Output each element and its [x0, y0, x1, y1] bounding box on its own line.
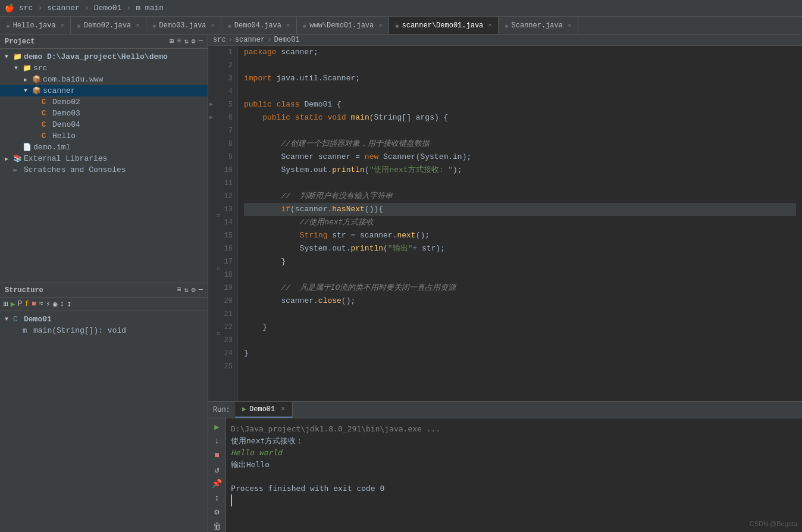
tree-item-com[interactable]: ▶ 📦 com.baidu.www: [0, 74, 208, 85]
run-settings-btn[interactable]: ⚙: [211, 506, 224, 518]
tab-icon-demo04: ☕: [227, 21, 231, 29]
struct-btn-1[interactable]: ⊞: [4, 299, 8, 309]
tree-item-src[interactable]: ▼ 📁 src: [0, 62, 208, 74]
tab-www-demo01[interactable]: ☕ www\Demo01.java ×: [297, 17, 389, 34]
tab-demo04[interactable]: ☕ Demo04.java ×: [221, 17, 296, 34]
plain: [346, 111, 351, 124]
run-down-btn[interactable]: ↓: [211, 436, 224, 447]
code-editor: 1 2 3 4 ▶5 ▶6 7 8 9 10 11 12 ◻13 14 15 1…: [208, 46, 802, 401]
code-line-8: //创建一个扫描器对象，用于接收键盘数据: [244, 137, 796, 151]
plain: ()){: [365, 203, 383, 216]
struct-demo01[interactable]: ▼ C Demo01: [0, 314, 208, 325]
project-sort-btn[interactable]: ⇅: [184, 37, 188, 46]
run-scroll-btn[interactable]: ↕: [211, 492, 224, 503]
file-icon-iml: 📄: [23, 143, 33, 152]
structure-hide-btn[interactable]: —: [199, 286, 203, 295]
tab-demo02[interactable]: ☕ Demo02.java ×: [71, 17, 146, 34]
struct-main[interactable]: m main(String[]): void: [0, 325, 208, 336]
tree-item-hello[interactable]: C Hello: [0, 130, 208, 142]
code-area[interactable]: package scanner; import java.util.Scanne…: [238, 46, 802, 401]
tab-label-scanner-demo01: scanner\Demo01.java: [402, 21, 484, 30]
tab-icon-scanner-demo01: ☕: [395, 21, 399, 29]
console-output[interactable]: D:\Java_project\jdk1.8.0_291\bin\java.ex…: [226, 418, 802, 532]
ln-13: ◻13: [208, 203, 237, 216]
tree-item-iml[interactable]: 📄 demo.iml: [0, 142, 208, 153]
struct-btn-3[interactable]: P: [18, 299, 23, 309]
tree-label-demo04: Demo04: [52, 120, 203, 129]
bottom-tab-close[interactable]: ×: [281, 405, 285, 414]
tab-close-demo02[interactable]: ×: [136, 22, 140, 29]
tab-scanner[interactable]: ☕ Scanner.java ×: [499, 17, 578, 34]
project-settings-btn[interactable]: ⚙: [192, 37, 196, 46]
title-main: m main: [136, 4, 164, 12]
str: "使用next方式接收: ": [369, 164, 453, 177]
plain: [244, 229, 300, 242]
comment: //使用next方式接收: [244, 216, 374, 229]
tab-close-www-demo01[interactable]: ×: [378, 22, 383, 29]
structure-sort-btn[interactable]: ≡: [177, 286, 181, 295]
plain: );: [453, 164, 462, 177]
tree-item-demo02[interactable]: C Demo02: [0, 96, 208, 108]
tree-label-demo02: Demo02: [52, 98, 203, 107]
project-expand-btn[interactable]: ⊞: [170, 37, 174, 46]
ln-2: 2: [208, 59, 237, 72]
tree-item-demo03[interactable]: C Demo03: [0, 108, 208, 119]
bottom-tab-demo01[interactable]: ▶ Demo01 ×: [235, 402, 293, 418]
struct-btn-6[interactable]: ≈: [39, 299, 43, 309]
tree-item-extlib[interactable]: ▶ 📚 External Libraries: [0, 153, 208, 164]
comment: // 判断用户有没有输入字符串: [244, 190, 393, 203]
project-collapse-btn[interactable]: ≡: [177, 37, 181, 46]
fn: println: [332, 164, 365, 177]
plain: [290, 111, 295, 124]
bottom-tab-icon: ▶: [242, 405, 246, 414]
struct-btn-5[interactable]: ■: [32, 299, 36, 309]
code-line-21: [244, 308, 796, 321]
struct-btn-7[interactable]: ⚡: [46, 299, 51, 309]
kw: class: [277, 98, 300, 111]
breadcrumb-demo01: Demo01: [274, 36, 299, 44]
title-scanner: scanner: [47, 4, 80, 12]
struct-btn-2[interactable]: ▶: [11, 299, 15, 309]
code-line-19: // 凡是属于IO流的类不用时要关闭一直占用资源: [244, 281, 796, 295]
structure-actions: ≡ ⇅ ⚙ —: [177, 286, 203, 295]
ln-1: 1: [208, 46, 237, 59]
plain: }: [244, 321, 267, 334]
tab-close-scanner[interactable]: ×: [568, 22, 572, 29]
struct-btn-10[interactable]: ↧: [67, 299, 71, 309]
run-stop-btn[interactable]: ■: [211, 450, 224, 461]
ln-5: ▶5: [208, 98, 237, 111]
tab-close-hello[interactable]: ×: [61, 22, 65, 29]
struct-btn-8[interactable]: ◉: [53, 299, 58, 309]
tab-close-demo03[interactable]: ×: [211, 22, 215, 29]
code-line-14: //使用next方式接收: [244, 216, 796, 229]
breadcrumb-scanner: scanner: [235, 36, 265, 44]
tab-icon-demo03: ☕: [152, 21, 156, 29]
code-line-23: [244, 334, 796, 347]
tab-demo03[interactable]: ☕ Demo03.java ×: [146, 17, 221, 34]
code-line-9: Scanner scanner = new Scanner(System.in)…: [244, 151, 796, 164]
structure-settings2-btn[interactable]: ⚙: [192, 286, 196, 295]
tree-item-demo[interactable]: ▼ 📁 demo D:\Java_project\Hello\demo: [0, 51, 208, 62]
tab-hello[interactable]: ☕ Hello.java ×: [0, 17, 71, 34]
struct-btn-4[interactable]: f: [24, 299, 29, 309]
bottom-tab-bar: Run: ▶ Demo01 ×: [208, 402, 802, 418]
tab-scanner-demo01[interactable]: ☕ scanner\Demo01.java ×: [389, 17, 499, 34]
tab-close-demo04[interactable]: ×: [286, 22, 290, 29]
run-rerun-btn[interactable]: ↺: [211, 464, 224, 475]
plain: scanner.: [244, 295, 318, 308]
run-close-btn[interactable]: 🗑: [211, 521, 224, 532]
code-line-5: public class Demo01 {: [244, 98, 796, 111]
title-sep2: ›: [84, 4, 89, 12]
structure-filter-btn[interactable]: ⇅: [184, 286, 188, 295]
tree-item-scratches[interactable]: ✏️ Scratches and Consoles: [0, 164, 208, 176]
tree-item-demo04[interactable]: C Demo04: [0, 119, 208, 130]
ln-18: 18: [208, 268, 237, 281]
run-pin-btn[interactable]: 📌: [211, 478, 224, 490]
tree-item-scanner[interactable]: ▼ 📦 scanner: [0, 85, 208, 96]
run-play-btn[interactable]: ▶: [211, 421, 224, 433]
ln-3: 3: [208, 72, 237, 85]
tab-close-scanner-demo01[interactable]: ×: [488, 22, 492, 29]
struct-btn-9[interactable]: ↕: [60, 299, 65, 309]
project-hide-btn[interactable]: —: [199, 37, 203, 46]
tab-label-demo03: Demo03.java: [159, 21, 206, 30]
